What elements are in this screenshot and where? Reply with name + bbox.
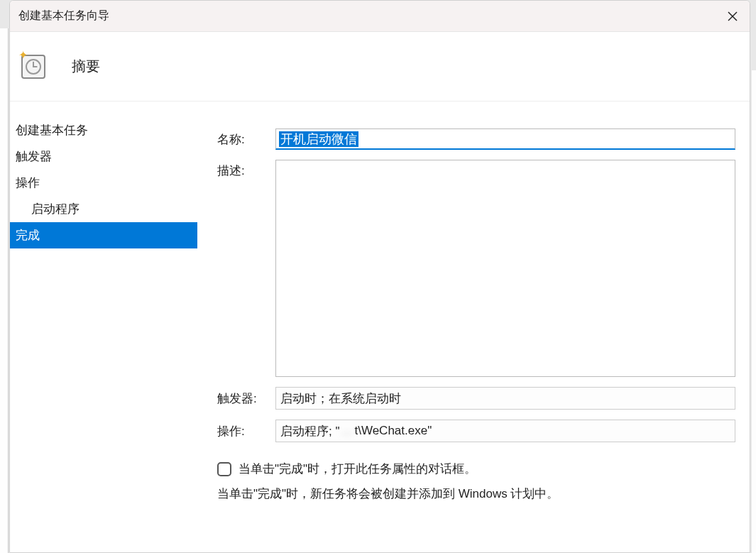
titlebar: 创建基本任务向导 bbox=[10, 1, 750, 32]
action-summary-row: 操作: 启动程序; " … t\WeChat.exe" bbox=[217, 420, 735, 442]
name-input-value: 开机启动微信 bbox=[279, 131, 358, 147]
scheduled-task-icon: ✦ bbox=[18, 50, 47, 79]
open-properties-checkbox[interactable] bbox=[217, 462, 231, 476]
trigger-value-text: 启动时；在系统启动时 bbox=[280, 390, 401, 407]
name-row: 名称: 开机启动微信 bbox=[217, 128, 735, 150]
name-input[interactable]: 开机启动微信 bbox=[275, 128, 735, 150]
trigger-label: 触发器: bbox=[217, 390, 275, 407]
sidebar-item-trigger[interactable]: 触发器 bbox=[10, 143, 197, 170]
trigger-value[interactable]: 启动时；在系统启动时 bbox=[275, 387, 735, 410]
close-button[interactable] bbox=[725, 9, 740, 23]
action-suffix: t\WeChat.exe" bbox=[354, 424, 432, 438]
wizard-header: ✦ 摘要 bbox=[10, 32, 750, 102]
finish-info-text: 当单击"完成"时，新任务将会被创建并添加到 Windows 计划中。 bbox=[217, 486, 735, 502]
trigger-summary-row: 触发器: 启动时；在系统启动时 bbox=[217, 387, 735, 410]
close-icon bbox=[727, 11, 738, 22]
page-title: 摘要 bbox=[72, 57, 100, 76]
wizard-dialog: 创建基本任务向导 ✦ 摘要 创建基本任务 触发器 操作 启动程序 完成 名称: bbox=[9, 0, 750, 553]
wizard-body: 创建基本任务 触发器 操作 启动程序 完成 名称: 开机启动微信 描述: 触发器… bbox=[10, 102, 750, 552]
sidebar-item-action[interactable]: 操作 bbox=[10, 170, 197, 196]
background-window-right bbox=[752, 70, 756, 553]
action-blurred-path: … bbox=[341, 424, 353, 438]
background-window-left bbox=[0, 28, 9, 553]
description-textarea[interactable] bbox=[275, 160, 735, 377]
open-properties-label: 当单击"完成"时，打开此任务属性的对话框。 bbox=[239, 461, 476, 477]
action-prefix: 启动程序; " bbox=[280, 423, 339, 439]
action-label: 操作: bbox=[217, 423, 275, 439]
window-title: 创建基本任务向导 bbox=[18, 9, 109, 23]
sidebar-item-start-program[interactable]: 启动程序 bbox=[10, 196, 197, 222]
open-properties-checkbox-row: 当单击"完成"时，打开此任务属性的对话框。 bbox=[217, 461, 735, 477]
wizard-sidebar: 创建基本任务 触发器 操作 启动程序 完成 bbox=[10, 102, 197, 552]
name-label: 名称: bbox=[217, 128, 275, 148]
description-label: 描述: bbox=[217, 160, 275, 179]
sidebar-item-create-basic-task[interactable]: 创建基本任务 bbox=[10, 117, 197, 143]
description-row: 描述: bbox=[217, 160, 735, 377]
action-value[interactable]: 启动程序; " … t\WeChat.exe" bbox=[275, 420, 735, 442]
wizard-content: 名称: 开机启动微信 描述: 触发器: 启动时；在系统启动时 操作: 启动程序;… bbox=[197, 102, 750, 552]
sidebar-item-finish[interactable]: 完成 bbox=[10, 222, 197, 248]
